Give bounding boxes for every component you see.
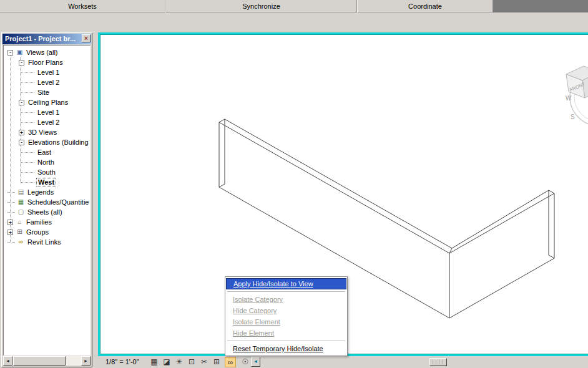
tree-connector xyxy=(7,242,15,243)
project-browser-panel: Project1 - Project br... × - ▣ Views (al… xyxy=(1,32,92,367)
shadows-icon[interactable]: ☀ xyxy=(174,357,185,367)
tree-connector xyxy=(21,72,34,73)
tree-item-label: Revit Links xyxy=(26,238,62,246)
tree-item-west-selected[interactable]: West xyxy=(4,177,90,187)
tree-item-level-1[interactable]: Level 1 xyxy=(4,107,90,117)
menu-separator xyxy=(227,291,345,292)
toolbar-group-synchronize[interactable]: Synchronize xyxy=(166,0,357,12)
browser-horizontal-scrollbar[interactable]: ◄ ► xyxy=(3,356,91,366)
model-graphics-style-icon[interactable]: ◪ xyxy=(161,357,172,367)
tree-item-label: Level 1 xyxy=(36,69,61,76)
tree-item-label: Site xyxy=(36,89,51,96)
viewcube-west-label: W xyxy=(566,95,572,102)
hide-isolate-context-menu: Apply Hide/Isolate to View Isolate Categ… xyxy=(225,276,348,356)
tree-item-level-1[interactable]: Level 1 xyxy=(4,67,90,77)
menu-item-isolate-element: Isolate Element xyxy=(226,316,346,327)
schedules-icon: ▦ xyxy=(17,198,25,206)
tree-item-elevations[interactable]: - Elevations (Building xyxy=(4,137,90,147)
tree-item-groups[interactable]: + ⊞ Groups xyxy=(4,227,90,237)
collapse-expander-icon[interactable]: - xyxy=(19,60,24,65)
tree-item-label: Level 1 xyxy=(36,109,61,116)
reveal-hidden-elements-icon[interactable]: ☉ xyxy=(240,357,251,367)
tree-item-families[interactable]: + ⌂ Families xyxy=(4,217,90,227)
expand-icon[interactable]: + xyxy=(19,130,24,135)
legends-icon: ▤ xyxy=(17,188,25,196)
view-control-bar: 1/8" = 1'-0" ▦ ◪ ☀ ⊡ ✂ ⊞ ∞ ☉ ◄ xyxy=(98,356,588,368)
top-toolbar: Worksets Synchronize Coordinate xyxy=(0,0,588,12)
tree-item-label: 3D Views xyxy=(27,128,58,136)
tree-item-legends[interactable]: ▤ Legends xyxy=(4,187,90,197)
scrollbar-thumb[interactable] xyxy=(13,356,66,366)
scroll-right-icon[interactable]: ► xyxy=(81,356,91,366)
tree-item-label: Views (all) xyxy=(25,49,59,56)
tree-item-label: Schedules/Quantitie xyxy=(26,198,90,206)
tree-item-label: Elevations (Building xyxy=(27,138,90,146)
project-browser-title: Project1 - Project br... xyxy=(2,34,91,44)
tree-connector xyxy=(7,212,15,213)
groups-icon: ⊞ xyxy=(16,228,24,236)
tree-connector xyxy=(7,202,15,203)
close-icon[interactable]: × xyxy=(82,34,91,42)
tree-item-label: West xyxy=(36,178,56,186)
tree-item-label: Groups xyxy=(25,228,50,236)
menu-item-apply-hide-isolate[interactable]: Apply Hide/Isolate to View xyxy=(226,278,346,289)
detail-level-icon[interactable]: ▦ xyxy=(149,357,160,367)
tree-item-level-2[interactable]: Level 2 xyxy=(4,117,90,127)
menu-item-reset-temporary-hide-isolate[interactable]: Reset Temporary Hide/Isolate xyxy=(226,343,346,354)
menu-item-hide-element: Hide Element xyxy=(226,327,346,339)
collapse-bar-icon[interactable]: ◄ xyxy=(251,357,260,367)
canvas-hscrollbar-thumb[interactable] xyxy=(429,358,447,366)
tree-connector xyxy=(21,162,34,163)
crop-view-icon[interactable]: ✂ xyxy=(198,357,210,367)
tree-item-views-all[interactable]: - ▣ Views (all) xyxy=(4,47,90,57)
project-browser-tree: - ▣ Views (all) - Floor Plans Level 1 Le… xyxy=(3,45,91,356)
tree-item-revit-links[interactable]: ∞ Revit Links xyxy=(4,237,90,247)
collapse-expander-icon[interactable]: - xyxy=(19,100,24,105)
tree-item-label: Sheets (all) xyxy=(26,208,64,216)
expand-icon[interactable]: + xyxy=(7,220,13,225)
crop-region-visibility-icon[interactable]: ⊞ xyxy=(211,357,222,367)
revit-window: Worksets Synchronize Coordinate Project1… xyxy=(0,0,588,368)
tree-item-sheets[interactable]: ▢ Sheets (all) xyxy=(4,207,90,217)
tree-item-label: Ceiling Plans xyxy=(27,99,69,106)
tree-connector xyxy=(21,122,34,123)
views-icon: ▣ xyxy=(16,48,24,57)
tree-connector xyxy=(21,152,34,153)
tree-item-floor-plans[interactable]: - Floor Plans xyxy=(4,57,90,67)
tree-connector xyxy=(21,82,34,83)
temporary-hide-isolate-icon[interactable]: ∞ xyxy=(225,357,236,367)
collapse-expander-icon[interactable]: - xyxy=(19,140,24,145)
toolbar-group-coordinate[interactable]: Coordinate xyxy=(358,0,493,12)
scroll-left-icon[interactable]: ◄ xyxy=(3,356,12,366)
tree-item-site[interactable]: Site xyxy=(4,87,90,97)
tree-item-label: Families xyxy=(25,218,53,226)
tree-item-ceiling-plans[interactable]: - Ceiling Plans xyxy=(4,97,90,107)
tree-item-east[interactable]: East xyxy=(4,147,90,157)
menu-item-isolate-category: Isolate Category xyxy=(226,294,346,305)
tree-connector xyxy=(21,182,34,183)
scale-button[interactable]: 1/8" = 1'-0" xyxy=(104,357,141,367)
tree-item-label: Floor Plans xyxy=(27,59,64,66)
tree-item-north[interactable]: North xyxy=(4,157,90,167)
tree-item-label: Level 2 xyxy=(36,79,61,86)
tree-item-3d-views[interactable]: + 3D Views xyxy=(4,127,90,137)
toolbar-group-worksets-label: Worksets xyxy=(68,2,97,10)
toolbar-group-coordinate-label: Coordinate xyxy=(408,2,442,10)
tree-item-label: South xyxy=(36,168,57,176)
tree-connector xyxy=(7,192,15,193)
tree-connector xyxy=(21,92,34,93)
tree-item-label: Level 2 xyxy=(36,119,61,126)
families-icon: ⌂ xyxy=(16,218,24,226)
tree-item-south[interactable]: South xyxy=(4,167,90,177)
collapse-expander-icon[interactable]: - xyxy=(7,50,13,56)
viewcube-icon: W S FRONT xyxy=(566,66,588,126)
tree-connector xyxy=(21,112,34,113)
tree-item-level-2[interactable]: Level 2 xyxy=(4,77,90,87)
render-dialog-icon[interactable]: ⊡ xyxy=(186,357,197,367)
toolbar-group-worksets[interactable]: Worksets xyxy=(0,0,165,12)
revit-links-icon: ∞ xyxy=(17,238,25,246)
tree-item-schedules[interactable]: ▦ Schedules/Quantitie xyxy=(4,197,90,207)
toolbar-group-synchronize-label: Synchronize xyxy=(242,2,280,10)
expand-icon[interactable]: + xyxy=(7,230,13,235)
tree-item-label: East xyxy=(36,148,52,156)
